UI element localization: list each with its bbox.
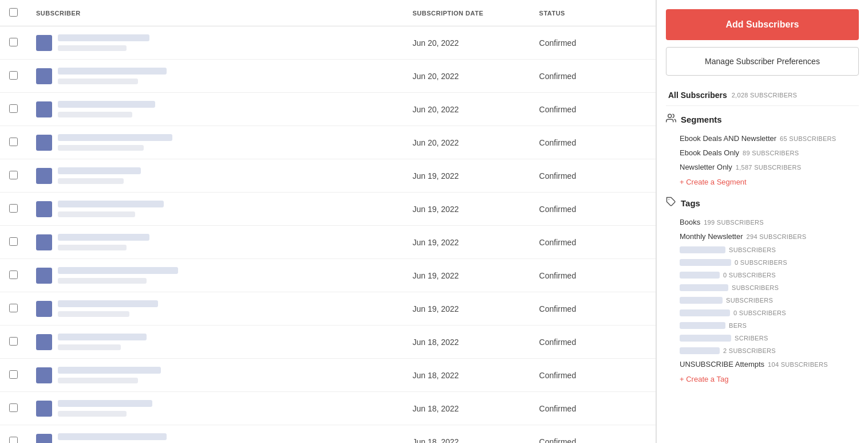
tag-item[interactable]: SUBSCRIBERS: [666, 244, 859, 256]
tag-count: 199 SUBSCRIBERS: [704, 219, 764, 226]
tag-name: Monthly Newsletter: [680, 232, 743, 241]
segment-item[interactable]: Ebook Deals AND Newsletter65 SUBSCRIBERS: [666, 131, 859, 146]
subscriber-info: [58, 400, 152, 417]
row-checkbox[interactable]: [9, 104, 18, 113]
tags-icon: [666, 197, 676, 209]
tag-item[interactable]: Monthly Newsletter294 SUBSCRIBERS: [666, 229, 859, 244]
avatar: [36, 268, 52, 284]
subscription-date: Jun 19, 2022: [403, 226, 530, 259]
tags-section-header: Tags: [666, 197, 859, 209]
date-col-header: SUBSCRIPTION DATE: [403, 0, 530, 26]
add-subscribers-button[interactable]: Add Subscribers: [666, 9, 859, 40]
table-row[interactable]: Jun 20, 2022Confirmed: [0, 126, 656, 159]
status-cell: Confirmed: [530, 26, 656, 60]
tag-item[interactable]: SUBSCRIBERS: [666, 281, 859, 294]
tag-item[interactable]: 2 SUBSCRIBERS: [666, 344, 859, 357]
tag-name-blurred: [680, 246, 725, 253]
subscription-date: Jun 19, 2022: [403, 159, 530, 193]
segments-icon: [666, 113, 676, 126]
subscription-date: Jun 20, 2022: [403, 93, 530, 126]
manage-preferences-button[interactable]: Manage Subscriber Preferences: [666, 47, 859, 76]
row-checkbox[interactable]: [9, 370, 18, 379]
tag-item[interactable]: 0 SUBSCRIBERS: [666, 307, 859, 319]
subscription-date: Jun 19, 2022: [403, 259, 530, 292]
table-row[interactable]: Jun 18, 2022Confirmed: [0, 326, 656, 359]
subscriber-name: [58, 201, 164, 207]
row-checkbox[interactable]: [9, 204, 18, 213]
subscriber-cell: [36, 134, 394, 151]
table-row[interactable]: Jun 19, 2022Confirmed: [0, 292, 656, 326]
table-row[interactable]: Jun 20, 2022Confirmed: [0, 26, 656, 60]
subscription-date: Jun 20, 2022: [403, 60, 530, 93]
subscriber-cell: [36, 334, 394, 350]
create-segment-link[interactable]: + Create a Segment: [666, 174, 859, 190]
status-cell: Confirmed: [530, 126, 656, 159]
create-tag-link[interactable]: + Create a Tag: [666, 371, 859, 387]
subscriber-name: [58, 34, 149, 41]
status-cell: Confirmed: [530, 425, 656, 444]
row-checkbox[interactable]: [9, 138, 18, 146]
subscriber-name: [58, 101, 155, 108]
table-row[interactable]: Jun 19, 2022Confirmed: [0, 193, 656, 226]
tag-name-blurred: [680, 347, 720, 354]
row-checkbox[interactable]: [9, 270, 18, 279]
status-cell: Confirmed: [530, 392, 656, 425]
row-checkbox[interactable]: [9, 437, 18, 444]
all-subscribers-row[interactable]: All Subscribers 2,028 SUBSCRIBERS: [666, 85, 859, 106]
subscriber-cell: [36, 433, 394, 443]
subscriber-table: SUBSCRIBER SUBSCRIPTION DATE STATUS: [0, 0, 656, 443]
tag-item[interactable]: 0 SUBSCRIBERS: [666, 256, 859, 269]
table-row[interactable]: Jun 18, 2022Confirmed: [0, 425, 656, 444]
row-checkbox[interactable]: [9, 403, 18, 412]
svg-point-0: [668, 114, 672, 117]
tag-item[interactable]: SUBSCRIBERS: [666, 294, 859, 307]
table-row[interactable]: Jun 18, 2022Confirmed: [0, 359, 656, 392]
subscriber-email: [58, 112, 132, 117]
subscriber-cell: [36, 167, 394, 184]
avatar: [36, 35, 52, 51]
tag-count: BERS: [729, 322, 747, 329]
avatar: [36, 301, 52, 317]
segment-name: Ebook Deals AND Newsletter: [680, 134, 776, 143]
subscriber-name: [58, 400, 152, 407]
subscription-date: Jun 18, 2022: [403, 425, 530, 444]
subscriber-email: [58, 145, 144, 151]
subscriber-info: [58, 68, 167, 84]
segments-title: Segments: [681, 115, 722, 124]
tag-count: 0 SUBSCRIBERS: [723, 272, 776, 279]
table-row[interactable]: Jun 19, 2022Confirmed: [0, 259, 656, 292]
tag-item[interactable]: SCRIBERS: [666, 332, 859, 344]
select-all-th[interactable]: [0, 0, 27, 26]
table-row[interactable]: Jun 20, 2022Confirmed: [0, 93, 656, 126]
row-checkbox[interactable]: [9, 337, 18, 346]
sidebar: Add Subscribers Manage Subscriber Prefer…: [656, 0, 868, 443]
row-checkbox[interactable]: [9, 38, 18, 46]
subscriber-cell: [36, 300, 394, 317]
segment-item[interactable]: Newsletter Only1,587 SUBSCRIBERS: [666, 160, 859, 174]
subscriber-cell: [36, 34, 394, 51]
tag-item[interactable]: 0 SUBSCRIBERS: [666, 269, 859, 281]
tag-name-blurred: [680, 309, 730, 316]
select-all-checkbox[interactable]: [9, 8, 18, 17]
tag-item[interactable]: Books199 SUBSCRIBERS: [666, 215, 859, 229]
tags-section: Tags Books199 SUBSCRIBERSMonthly Newslet…: [666, 197, 859, 387]
table-row[interactable]: Jun 20, 2022Confirmed: [0, 60, 656, 93]
row-checkbox[interactable]: [9, 237, 18, 246]
subscriber-cell: [36, 400, 394, 417]
tag-count: SUBSCRIBERS: [729, 246, 776, 253]
row-checkbox[interactable]: [9, 71, 18, 80]
tag-item[interactable]: UNSUBSCRIBE Attempts104 SUBSCRIBERS: [666, 357, 859, 371]
tag-item[interactable]: BERS: [666, 319, 859, 332]
avatar: [36, 135, 52, 151]
row-checkbox[interactable]: [9, 171, 18, 179]
subscriber-name: [58, 267, 178, 274]
subscriber-name: [58, 234, 149, 241]
row-checkbox[interactable]: [9, 304, 18, 312]
segment-name: Ebook Deals Only: [680, 148, 739, 157]
table-row[interactable]: Jun 19, 2022Confirmed: [0, 159, 656, 193]
table-row[interactable]: Jun 18, 2022Confirmed: [0, 392, 656, 425]
subscriber-name: [58, 167, 141, 174]
segment-item[interactable]: Ebook Deals Only89 SUBSCRIBERS: [666, 146, 859, 160]
avatar: [36, 201, 52, 217]
table-row[interactable]: Jun 19, 2022Confirmed: [0, 226, 656, 259]
